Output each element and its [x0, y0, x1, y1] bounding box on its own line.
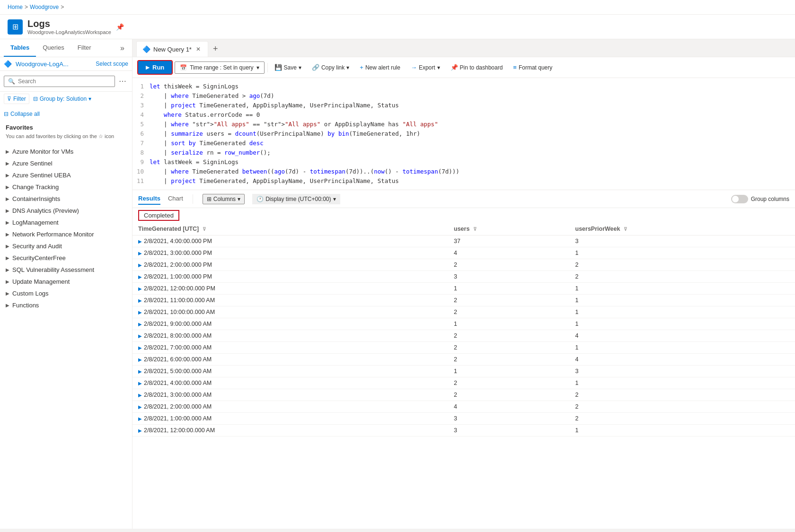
row-expand-10[interactable]: ▶: [138, 357, 142, 362]
row-expand-11[interactable]: ▶: [138, 369, 142, 374]
row-expand-4[interactable]: ▶: [138, 286, 142, 291]
query-tab-close-button[interactable]: ✕: [194, 45, 202, 53]
group-by-button[interactable]: ⊟ Group by: Solution ▾: [33, 96, 91, 102]
col-users-filter-icon[interactable]: ⊽: [473, 227, 477, 232]
group-columns-toggle[interactable]: [731, 195, 748, 203]
cell-prior-6: 1: [570, 306, 795, 318]
run-label: Run: [152, 64, 164, 71]
row-expand-6[interactable]: ▶: [138, 310, 142, 315]
code-editor[interactable]: 1let thisWeek = SigninLogs2 | where Time…: [132, 78, 795, 190]
status-bar: Completed: [132, 208, 795, 223]
breadcrumb-woodgrove[interactable]: Woodgrove: [30, 4, 59, 10]
export-button[interactable]: → Export ▾: [407, 61, 444, 73]
row-expand-9[interactable]: ▶: [138, 345, 142, 350]
row-expand-5[interactable]: ▶: [138, 298, 142, 303]
table-row: ▶2/8/2021, 5:00:00.000 AM 1 3: [132, 366, 795, 377]
collapse-all-label: Collapse all: [10, 111, 40, 117]
cell-time-2: ▶2/8/2021, 2:00:00.000 PM: [132, 259, 448, 271]
code-line-10: 10 | where TimeGenerated between((ago(7d…: [132, 167, 795, 176]
row-expand-14[interactable]: ▶: [138, 404, 142, 410]
sidebar-item-7[interactable]: ▶Network Performance Monitor: [4, 228, 128, 240]
pin-icon[interactable]: 📌: [116, 23, 124, 31]
sidebar-item-8[interactable]: ▶Security and Audit: [4, 240, 128, 252]
logs-icon: ⊞: [8, 19, 23, 35]
sidebar-tab-tables[interactable]: Tables: [4, 39, 36, 57]
group-columns-control: Group columns: [731, 195, 789, 203]
row-expand-15[interactable]: ▶: [138, 416, 142, 421]
time-range-button[interactable]: 📅 Time range : Set in query ▾: [175, 61, 264, 74]
run-button[interactable]: ▶ Run: [138, 61, 172, 74]
sidebar-tab-queries[interactable]: Queries: [36, 39, 71, 57]
new-alert-button[interactable]: + New alert rule: [356, 61, 404, 73]
table-row: ▶2/8/2021, 6:00:00.000 AM 2 4: [132, 354, 795, 366]
results-tab-results[interactable]: Results: [138, 193, 160, 205]
cell-users-4: 1: [448, 283, 570, 295]
cell-users-0: 37: [448, 235, 570, 247]
sidebar-item-6[interactable]: ▶LogManagement: [4, 217, 128, 228]
sidebar-item-10[interactable]: ▶SQL Vulnerability Assessment: [4, 264, 128, 276]
row-expand-8[interactable]: ▶: [138, 333, 142, 339]
format-query-button[interactable]: ≡ Format query: [509, 61, 556, 73]
pin-to-dashboard-button[interactable]: 📌 Pin to dashboard: [447, 61, 507, 73]
sidebar-item-label: Azure Monitor for VMs: [12, 148, 73, 155]
sidebar-item-5[interactable]: ▶DNS Analytics (Preview): [4, 205, 128, 217]
sidebar-tab-filter[interactable]: Filter: [71, 39, 98, 57]
col-prior-week: usersPriorWeek ⊽: [570, 223, 795, 235]
pin-dashboard-label: Pin to dashboard: [460, 64, 503, 71]
export-label: Export: [419, 64, 435, 71]
row-expand-7[interactable]: ▶: [138, 322, 142, 327]
table-row: ▶2/8/2021, 7:00:00.000 AM 2 1: [132, 342, 795, 354]
sidebar-item-label: Azure Sentinel UEBA: [12, 172, 71, 179]
cell-time-0: ▶2/8/2021, 4:00:00.000 PM: [132, 235, 448, 247]
row-expand-2[interactable]: ▶: [138, 262, 142, 268]
row-expand-16[interactable]: ▶: [138, 428, 142, 433]
row-expand-0[interactable]: ▶: [138, 239, 142, 244]
col-users: users ⊽: [448, 223, 570, 235]
row-expand-1[interactable]: ▶: [138, 251, 142, 256]
time-chevron: ▾: [333, 196, 336, 202]
sidebar-collapse-button[interactable]: »: [116, 42, 128, 54]
row-expand-13[interactable]: ▶: [138, 392, 142, 398]
sidebar-item-11[interactable]: ▶Update Management: [4, 276, 128, 288]
results-tab-chart[interactable]: Chart: [168, 193, 183, 205]
workspace-name[interactable]: Woodgrove-LogA...: [16, 61, 69, 68]
filter-button[interactable]: ⊽ Filter: [4, 94, 29, 104]
query-tab-new-query-1[interactable]: 🔷 New Query 1* ✕: [136, 41, 208, 57]
cell-time-16: ▶2/8/2021, 12:00:00.000 AM: [132, 425, 448, 436]
table-row: ▶2/8/2021, 11:00:00.000 AM 2 1: [132, 295, 795, 306]
play-icon: ▶: [146, 65, 150, 70]
favorites-note: You can add favorites by clicking on the…: [4, 133, 128, 144]
line-content-5: | where "str">"All apps" == "str">"All a…: [150, 120, 795, 129]
sidebar-item-3[interactable]: ▶Change Tracking: [4, 181, 128, 193]
col-prior-filter-icon[interactable]: ⊽: [624, 227, 627, 232]
collapse-all-button[interactable]: ⊟ Collapse all: [0, 108, 132, 120]
line-number-6: 6: [132, 129, 150, 139]
row-expand-3[interactable]: ▶: [138, 274, 142, 279]
sidebar-item-label: Functions: [12, 302, 39, 309]
sidebar-item-2[interactable]: ▶Azure Sentinel UEBA: [4, 169, 128, 181]
breadcrumb-home[interactable]: Home: [8, 4, 23, 10]
sidebar-item-9[interactable]: ▶SecurityCenterFree: [4, 252, 128, 264]
save-button[interactable]: 💾 Save ▾: [271, 61, 305, 73]
sidebar-item-13[interactable]: ▶Functions: [4, 299, 128, 311]
row-expand-12[interactable]: ▶: [138, 381, 142, 386]
chevron-right-icon: ▶: [6, 220, 9, 225]
sidebar-item-label: Custom Logs: [12, 290, 49, 297]
cell-time-12: ▶2/8/2021, 4:00:00.000 AM: [132, 377, 448, 389]
cell-prior-3: 2: [570, 271, 795, 283]
add-tab-button[interactable]: +: [209, 42, 222, 56]
col-time-filter-icon[interactable]: ⊽: [203, 227, 206, 232]
sidebar-item-0[interactable]: ▶Azure Monitor for VMs: [4, 146, 128, 157]
sidebar-item-4[interactable]: ▶ContainerInsights: [4, 193, 128, 205]
copy-link-button[interactable]: 🔗 Copy link ▾: [308, 61, 353, 73]
select-scope-button[interactable]: Select scope: [96, 61, 128, 67]
sidebar-item-label: SecurityCenterFree: [12, 254, 66, 262]
columns-button[interactable]: ⊞ Columns ▾: [203, 194, 245, 204]
more-options-button[interactable]: ⋯: [117, 75, 128, 87]
search-input[interactable]: [18, 78, 111, 85]
sidebar-item-12[interactable]: ▶Custom Logs: [4, 288, 128, 299]
line-content-4: where Status.errorCode == 0: [150, 110, 795, 120]
display-time-button[interactable]: 🕐 Display time (UTC+00:00) ▾: [252, 194, 340, 204]
sidebar-item-1[interactable]: ▶Azure Sentinel: [4, 157, 128, 169]
pin-dashboard-icon: 📌: [450, 64, 458, 71]
